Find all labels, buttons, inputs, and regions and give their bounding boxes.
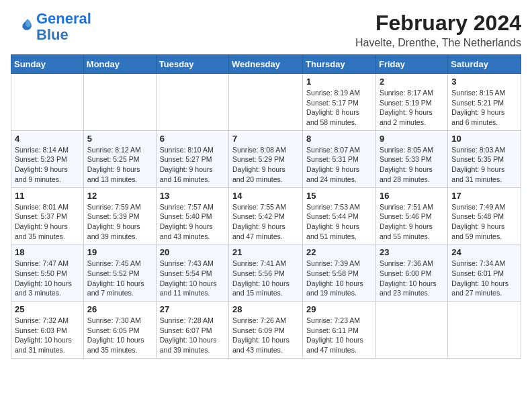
calendar-cell: 20Sunrise: 7:43 AM Sunset: 5:54 PM Dayli… xyxy=(156,244,228,302)
calendar-cell: 7Sunrise: 8:08 AM Sunset: 5:29 PM Daylig… xyxy=(229,130,303,187)
day-number: 27 xyxy=(160,304,225,314)
calendar-week-row: 18Sunrise: 7:47 AM Sunset: 5:50 PM Dayli… xyxy=(11,244,521,302)
day-number: 11 xyxy=(15,191,80,201)
day-info: Sunrise: 7:45 AM Sunset: 5:52 PM Dayligh… xyxy=(87,259,152,298)
calendar-cell: 25Sunrise: 7:32 AM Sunset: 6:03 PM Dayli… xyxy=(11,302,84,359)
day-info: Sunrise: 7:41 AM Sunset: 5:56 PM Dayligh… xyxy=(232,259,299,298)
weekday-header-tuesday: Tuesday xyxy=(156,55,228,74)
weekday-header-saturday: Saturday xyxy=(448,55,521,74)
day-number: 26 xyxy=(87,304,152,314)
calendar-cell xyxy=(229,74,303,131)
calendar-week-row: 11Sunrise: 8:01 AM Sunset: 5:37 PM Dayli… xyxy=(11,187,521,244)
day-number: 29 xyxy=(306,304,372,314)
weekday-header-sunday: Sunday xyxy=(11,55,84,74)
calendar-cell: 14Sunrise: 7:55 AM Sunset: 5:42 PM Dayli… xyxy=(229,187,303,244)
day-number: 1 xyxy=(306,77,372,87)
calendar-cell: 29Sunrise: 7:23 AM Sunset: 6:11 PM Dayli… xyxy=(303,302,376,359)
logo: GeneralBlue xyxy=(11,11,91,43)
calendar-cell: 1Sunrise: 8:19 AM Sunset: 5:17 PM Daylig… xyxy=(303,74,376,131)
day-info: Sunrise: 7:28 AM Sunset: 6:07 PM Dayligh… xyxy=(160,316,225,355)
day-number: 6 xyxy=(160,134,225,144)
day-number: 20 xyxy=(160,247,225,257)
day-info: Sunrise: 7:47 AM Sunset: 5:50 PM Dayligh… xyxy=(15,259,80,298)
day-number: 5 xyxy=(87,134,152,144)
calendar-cell xyxy=(11,74,84,131)
day-info: Sunrise: 7:32 AM Sunset: 6:03 PM Dayligh… xyxy=(15,316,80,355)
calendar-cell: 23Sunrise: 7:36 AM Sunset: 6:00 PM Dayli… xyxy=(375,244,447,302)
calendar-week-row: 1Sunrise: 8:19 AM Sunset: 5:17 PM Daylig… xyxy=(11,74,521,131)
calendar-cell: 9Sunrise: 8:05 AM Sunset: 5:33 PM Daylig… xyxy=(375,130,447,187)
day-number: 4 xyxy=(15,134,80,144)
day-info: Sunrise: 8:15 AM Sunset: 5:21 PM Dayligh… xyxy=(451,88,517,128)
calendar-cell: 11Sunrise: 8:01 AM Sunset: 5:37 PM Dayli… xyxy=(11,187,84,244)
weekday-header-monday: Monday xyxy=(83,55,156,74)
calendar-cell xyxy=(375,302,447,359)
page-header: GeneralBlue February 2024 Havelte, Drent… xyxy=(11,11,521,49)
day-info: Sunrise: 8:01 AM Sunset: 5:37 PM Dayligh… xyxy=(15,202,80,242)
location-subtitle: Havelte, Drenthe, The Netherlands xyxy=(355,37,521,49)
calendar-cell: 28Sunrise: 7:26 AM Sunset: 6:09 PM Dayli… xyxy=(229,302,303,359)
day-info: Sunrise: 8:10 AM Sunset: 5:27 PM Dayligh… xyxy=(160,145,225,185)
calendar-cell: 19Sunrise: 7:45 AM Sunset: 5:52 PM Dayli… xyxy=(83,244,156,302)
day-number: 3 xyxy=(451,77,517,87)
calendar-cell: 5Sunrise: 8:12 AM Sunset: 5:25 PM Daylig… xyxy=(83,130,156,187)
calendar-cell xyxy=(83,74,156,131)
day-number: 19 xyxy=(87,247,152,257)
day-info: Sunrise: 7:57 AM Sunset: 5:40 PM Dayligh… xyxy=(160,202,225,242)
day-number: 24 xyxy=(451,247,517,257)
calendar-header-row: SundayMondayTuesdayWednesdayThursdayFrid… xyxy=(11,55,521,74)
day-info: Sunrise: 7:34 AM Sunset: 6:01 PM Dayligh… xyxy=(451,259,517,298)
day-number: 2 xyxy=(380,77,444,87)
calendar-cell: 4Sunrise: 8:14 AM Sunset: 5:23 PM Daylig… xyxy=(11,130,84,187)
day-info: Sunrise: 8:19 AM Sunset: 5:17 PM Dayligh… xyxy=(306,88,372,128)
month-year-title: February 2024 xyxy=(355,11,521,36)
calendar-cell: 24Sunrise: 7:34 AM Sunset: 6:01 PM Dayli… xyxy=(448,244,521,302)
calendar-cell: 27Sunrise: 7:28 AM Sunset: 6:07 PM Dayli… xyxy=(156,302,228,359)
day-info: Sunrise: 8:12 AM Sunset: 5:25 PM Dayligh… xyxy=(87,145,152,185)
day-number: 16 xyxy=(380,191,444,201)
day-info: Sunrise: 7:55 AM Sunset: 5:42 PM Dayligh… xyxy=(232,202,299,242)
calendar-cell: 6Sunrise: 8:10 AM Sunset: 5:27 PM Daylig… xyxy=(156,130,228,187)
day-number: 23 xyxy=(380,247,444,257)
day-info: Sunrise: 8:08 AM Sunset: 5:29 PM Dayligh… xyxy=(232,145,299,185)
title-block: February 2024 Havelte, Drenthe, The Neth… xyxy=(355,11,521,49)
day-number: 17 xyxy=(451,191,517,201)
day-info: Sunrise: 8:05 AM Sunset: 5:33 PM Dayligh… xyxy=(380,145,444,185)
calendar-cell: 13Sunrise: 7:57 AM Sunset: 5:40 PM Dayli… xyxy=(156,187,228,244)
logo-icon xyxy=(12,15,34,36)
day-number: 12 xyxy=(87,191,152,201)
day-number: 15 xyxy=(306,191,372,201)
calendar-cell: 21Sunrise: 7:41 AM Sunset: 5:56 PM Dayli… xyxy=(229,244,303,302)
calendar-cell: 12Sunrise: 7:59 AM Sunset: 5:39 PM Dayli… xyxy=(83,187,156,244)
calendar-cell: 16Sunrise: 7:51 AM Sunset: 5:46 PM Dayli… xyxy=(375,187,447,244)
calendar-cell: 10Sunrise: 8:03 AM Sunset: 5:35 PM Dayli… xyxy=(448,130,521,187)
day-info: Sunrise: 7:23 AM Sunset: 6:11 PM Dayligh… xyxy=(306,316,372,355)
calendar-week-row: 4Sunrise: 8:14 AM Sunset: 5:23 PM Daylig… xyxy=(11,130,521,187)
calendar-cell: 17Sunrise: 7:49 AM Sunset: 5:48 PM Dayli… xyxy=(448,187,521,244)
calendar-cell: 8Sunrise: 8:07 AM Sunset: 5:31 PM Daylig… xyxy=(303,130,376,187)
day-number: 18 xyxy=(15,247,80,257)
day-number: 13 xyxy=(160,191,225,201)
weekday-header-friday: Friday xyxy=(375,55,447,74)
day-info: Sunrise: 7:43 AM Sunset: 5:54 PM Dayligh… xyxy=(160,259,225,298)
weekday-header-thursday: Thursday xyxy=(303,55,376,74)
day-number: 14 xyxy=(232,191,299,201)
calendar-week-row: 25Sunrise: 7:32 AM Sunset: 6:03 PM Dayli… xyxy=(11,302,521,359)
day-info: Sunrise: 7:51 AM Sunset: 5:46 PM Dayligh… xyxy=(380,202,444,242)
calendar-table: SundayMondayTuesdayWednesdayThursdayFrid… xyxy=(11,54,521,359)
day-number: 22 xyxy=(306,247,372,257)
weekday-header-wednesday: Wednesday xyxy=(229,55,303,74)
day-info: Sunrise: 7:53 AM Sunset: 5:44 PM Dayligh… xyxy=(306,202,372,242)
calendar-cell xyxy=(156,74,228,131)
calendar-cell xyxy=(448,302,521,359)
day-info: Sunrise: 8:14 AM Sunset: 5:23 PM Dayligh… xyxy=(15,145,80,185)
day-number: 7 xyxy=(232,134,299,144)
calendar-cell: 26Sunrise: 7:30 AM Sunset: 6:05 PM Dayli… xyxy=(83,302,156,359)
day-info: Sunrise: 7:30 AM Sunset: 6:05 PM Dayligh… xyxy=(87,316,152,355)
calendar-cell: 2Sunrise: 8:17 AM Sunset: 5:19 PM Daylig… xyxy=(375,74,447,131)
calendar-cell: 15Sunrise: 7:53 AM Sunset: 5:44 PM Dayli… xyxy=(303,187,376,244)
day-number: 25 xyxy=(15,304,80,314)
calendar-cell: 18Sunrise: 7:47 AM Sunset: 5:50 PM Dayli… xyxy=(11,244,84,302)
logo-text: GeneralBlue xyxy=(36,11,91,43)
day-number: 28 xyxy=(232,304,299,314)
